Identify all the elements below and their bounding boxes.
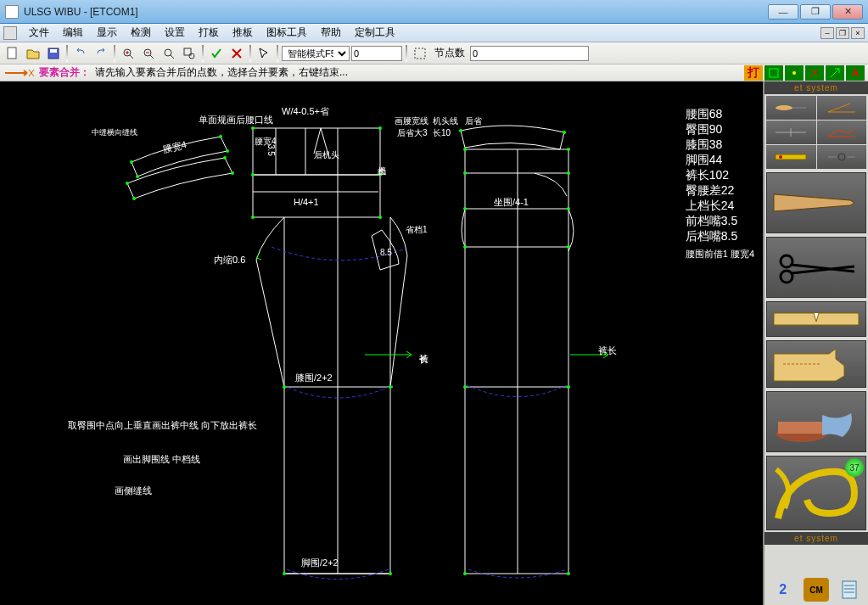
tool-notch-icon[interactable] [766, 301, 866, 337]
zoom-fit-button[interactable] [160, 44, 178, 63]
cursor-tool[interactable] [255, 44, 273, 63]
rtool-rect[interactable] [764, 65, 783, 81]
svg-point-27 [389, 385, 392, 389]
menu-custom[interactable]: 定制工具 [348, 25, 402, 40]
svg-point-36 [463, 207, 467, 210]
open-button[interactable] [24, 44, 42, 63]
svg-point-40 [463, 385, 467, 389]
meas-2: 膝围38 [686, 137, 754, 153]
svg-point-42 [463, 572, 467, 575]
svg-point-47 [838, 154, 845, 160]
mode-value-input[interactable] [351, 46, 402, 61]
menu-pattern[interactable]: 打板 [192, 25, 226, 40]
svg-rect-9 [770, 69, 778, 77]
meas-6: 上档长24 [686, 199, 754, 214]
undo-button[interactable] [71, 44, 90, 63]
save-button[interactable] [44, 44, 63, 63]
wheel-indicator[interactable]: 37 [845, 458, 864, 477]
zoom-window-button[interactable] [180, 44, 199, 63]
tool-ruler-icon[interactable] [766, 145, 816, 169]
mode-select[interactable]: 智能模式F5 [282, 46, 350, 61]
maximize-button[interactable]: ❐ [800, 4, 831, 20]
svg-point-15 [126, 182, 129, 185]
bottom-cm[interactable]: CM [804, 578, 829, 602]
menu-edit[interactable]: 编辑 [56, 25, 90, 40]
check-button[interactable] [207, 44, 226, 63]
menu-bar: 文件 编辑 显示 检测 设置 打板 推板 图标工具 帮助 定制工具 – ❐ × [0, 24, 868, 42]
menu-file[interactable]: 文件 [22, 25, 56, 40]
tool-compass-icon[interactable] [817, 145, 867, 169]
svg-rect-8 [415, 48, 425, 59]
rtool-arrow[interactable] [826, 65, 844, 81]
svg-point-44 [776, 105, 792, 110]
drawing-canvas[interactable]: W/4-0.5+省 单面规画后腰口线 中缝横向缝线 腰宽4 腰宽4 3.5 后机… [0, 81, 763, 605]
svg-point-39 [567, 245, 570, 249]
tool-wash-icon[interactable] [766, 391, 866, 452]
tool-graph-icon[interactable] [817, 120, 867, 144]
tool-scissors-icon[interactable] [766, 237, 866, 298]
svg-point-29 [389, 572, 392, 575]
rtool-a[interactable]: A [846, 65, 865, 81]
svg-point-21 [378, 126, 382, 130]
meas-4: 裤长102 [686, 168, 754, 183]
hint-bar: 要素合并： 请先输入要素合并后的点数，选择合并要素，右键结束... 打 A [0, 64, 868, 81]
zoom-in-button[interactable] [119, 44, 137, 63]
zoom-out-button[interactable] [139, 44, 158, 63]
main-toolbar: 智能模式F5 节点数 [0, 42, 868, 64]
menu-icontools[interactable]: 图标工具 [260, 25, 314, 40]
cancel-button[interactable] [227, 44, 246, 63]
nodes-label: 节点数 [434, 46, 465, 60]
menu-settings[interactable]: 设置 [158, 25, 192, 40]
meas-0: 腰围68 [686, 107, 754, 122]
tool-shear-icon[interactable] [766, 120, 816, 144]
meas-7: 前档嘴3.5 [686, 214, 754, 229]
minimize-button[interactable]: — [768, 4, 798, 20]
menu-help[interactable]: 帮助 [314, 25, 348, 40]
mdi-restore-button[interactable]: ❐ [836, 27, 849, 39]
rtool-cross[interactable] [805, 65, 824, 81]
doc-icon[interactable] [3, 26, 17, 40]
mdi-close-button[interactable]: × [851, 27, 865, 39]
menu-grade[interactable]: 推板 [226, 25, 260, 40]
label-instr2: 画出脚围线 中档线 [123, 453, 200, 466]
menu-check[interactable]: 检测 [124, 25, 158, 40]
redo-button[interactable] [92, 44, 110, 63]
nodes-value-input[interactable] [470, 46, 589, 61]
meas-sub: 腰围前借1 腰宽4 [686, 248, 754, 260]
meas-3: 脚围44 [686, 153, 754, 168]
label-knee: 膝围/2+2 [295, 372, 333, 384]
bottom-num[interactable]: 2 [770, 578, 796, 602]
label-inner-shrink: 内缩0.6 [214, 254, 245, 266]
tool-curve-ruler-icon[interactable]: 37 [766, 456, 866, 530]
label-b4: 后省大3 [397, 127, 428, 139]
tool-pen-icon[interactable] [766, 96, 816, 120]
rtool-1[interactable]: 打 [744, 65, 763, 81]
mdi-minimize-button[interactable]: – [820, 27, 834, 39]
label-pants-len: 裤长 [598, 345, 617, 357]
tool-pattern-icon[interactable] [766, 340, 866, 388]
label-dart1: 省档1 [406, 224, 428, 236]
tool-icon [3, 67, 36, 79]
label-wformula: W/4-0.5+省 [282, 105, 329, 118]
tool-angle-icon[interactable] [817, 96, 867, 120]
svg-point-24 [251, 216, 255, 219]
svg-point-28 [283, 572, 286, 575]
label-instr1: 取臀围中点向上垂直画出裤中线 向下放出裤长 [68, 419, 257, 432]
label-h4: H/4+1 [294, 197, 319, 207]
hint-message: 请先输入要素合并后的点数，选择合并要素，右键结束... [95, 65, 348, 80]
svg-point-18 [132, 197, 136, 200]
svg-point-7 [189, 53, 194, 59]
label-jk-head: 后机头 [314, 149, 339, 161]
svg-point-30 [459, 129, 462, 132]
svg-point-43 [567, 572, 570, 575]
svg-point-12 [219, 135, 222, 138]
rtool-dot[interactable] [785, 65, 804, 81]
svg-point-38 [463, 245, 467, 249]
tool-dart-icon[interactable] [766, 172, 866, 233]
svg-point-17 [231, 171, 234, 175]
bottom-doc-icon[interactable] [837, 578, 862, 602]
new-button[interactable] [3, 44, 22, 63]
menu-display[interactable]: 显示 [90, 25, 124, 40]
select-rect-tool[interactable] [411, 44, 429, 63]
close-button[interactable]: ✕ [832, 4, 863, 20]
